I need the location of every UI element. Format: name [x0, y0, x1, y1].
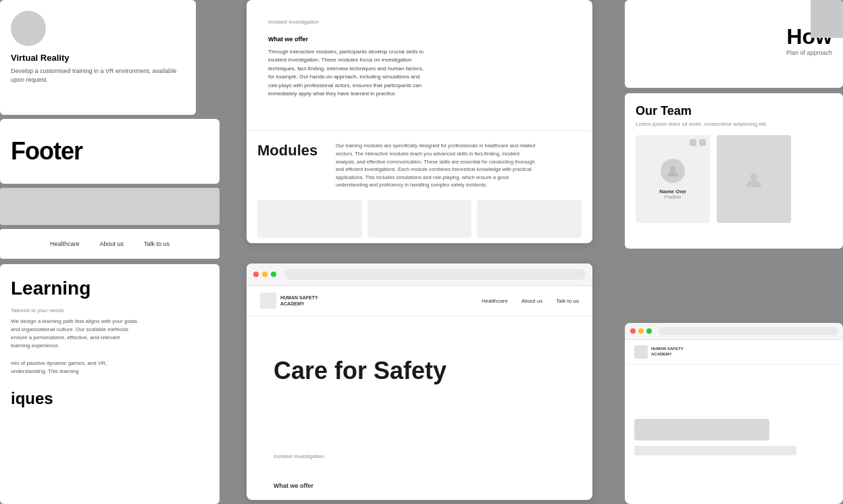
care-safety-title: Care for Safety — [274, 357, 565, 385]
footer-label: Footer — [11, 137, 82, 166]
browser-right-logo-icon — [634, 345, 648, 359]
team-member-placeholder — [717, 135, 791, 223]
browser-logo: HUMAN SAFETY ACADEMY — [260, 293, 318, 309]
modules-title: Modules — [257, 142, 325, 189]
learning-body: We design a learning path that aligns wi… — [11, 318, 139, 350]
dot-yellow-right — [638, 328, 644, 334]
browser-right-chrome — [625, 323, 843, 340]
browser-right-address — [659, 327, 838, 335]
svg-point-0 — [670, 166, 675, 172]
gray-bar — [0, 188, 220, 225]
right-panel: How Plan of approach Our Team Lorem ipsu… — [625, 0, 843, 504]
team-icon-edit — [699, 139, 706, 146]
dot-green-right — [646, 328, 652, 334]
vr-avatar — [11, 11, 46, 46]
bottom-what-we-offer: What we offer — [274, 482, 313, 489]
browser-top-content: Incident Investigation What we offer Thr… — [247, 0, 592, 130]
module-card-3 — [477, 200, 582, 238]
canvas: Virtual Reality Develop a customised tra… — [0, 0, 843, 504]
team-member-1: Name One Position — [636, 135, 710, 223]
dot-yellow — [262, 272, 267, 277]
browser-nav-bar: HUMAN SAFETY ACADEMY Healthcare About us… — [247, 286, 592, 316]
team-member-icons — [690, 139, 706, 146]
svg-point-1 — [750, 173, 757, 180]
card-vr: Virtual Reality Develop a customised tra… — [0, 0, 196, 115]
browser-right: HUMAN SAFETY ACADEMY — [625, 323, 843, 504]
center-panel: Incident Investigation What we offer Thr… — [220, 0, 625, 504]
how-subtitle: Plan of approach — [636, 49, 832, 56]
browser-logo-icon — [260, 293, 276, 309]
learning-body2: mix of passive dynamic games, and VR, un… — [11, 359, 139, 376]
browser-right-body — [625, 419, 843, 455]
nav-talk[interactable]: Talk to us — [144, 241, 170, 247]
techniques-section: iques — [11, 389, 209, 408]
our-team-title: Our Team — [636, 104, 832, 118]
browser-nav-links: Healthcare About us Talk to us — [482, 298, 579, 304]
browser-nav-healthcare[interactable]: Healthcare — [482, 298, 508, 304]
what-we-offer-title: What we offer — [268, 36, 571, 43]
card-footer: Footer — [0, 119, 220, 184]
browser-right-gray-bar — [634, 419, 769, 440]
member1-pos: Position — [665, 195, 682, 199]
nav-about[interactable]: About us — [99, 241, 124, 247]
member1-name: Name One — [659, 188, 686, 195]
module-card-1 — [257, 200, 362, 238]
how-title: How — [636, 24, 832, 49]
card-how: How Plan of approach — [625, 0, 843, 88]
nav-healthcare[interactable]: Healthcare — [50, 241, 80, 247]
browser-logo-text: HUMAN SAFETY ACADEMY — [280, 295, 318, 307]
address-bar — [285, 269, 586, 280]
browser-nav-about[interactable]: About us — [521, 298, 543, 304]
dot-green — [271, 272, 276, 277]
learning-title: Learning — [11, 278, 209, 299]
browser-top: Incident Investigation What we offer Thr… — [247, 0, 592, 243]
vr-desc: Develop a customised training in a VR en… — [11, 67, 185, 84]
dot-red-right — [630, 328, 636, 334]
browser-right-logo: HUMAN SAFETY ACADEMY — [634, 345, 684, 359]
techniques-title: iques — [11, 389, 209, 408]
learning-section2: mix of passive dynamic games, and VR, un… — [11, 359, 209, 376]
browser-right-logo-text: HUMAN SAFETY ACADEMY — [651, 347, 684, 357]
vr-title: Virtual Reality — [11, 53, 185, 63]
team-members: Name One Position — [636, 135, 832, 223]
browser-right-nav: HUMAN SAFETY ACADEMY — [625, 340, 843, 365]
care-safety-content: Care for Safety — [247, 316, 592, 399]
browser-chrome — [247, 263, 592, 286]
dot-red — [253, 272, 259, 277]
learning-tag: Tailored to your needs — [11, 307, 209, 313]
modules-body: Our training modules are specifically de… — [336, 142, 538, 189]
browser-bottom: HUMAN SAFETY ACADEMY Healthcare About us… — [247, 263, 592, 500]
team-icon-gear — [690, 139, 696, 146]
browser-right-thin-bar — [634, 446, 796, 455]
incident-label: Incident Investigation — [268, 19, 571, 25]
modules-section: Modules Our training modules are specifi… — [247, 130, 592, 200]
browser-nav-talk[interactable]: Talk to us — [556, 298, 579, 304]
module-cards — [247, 200, 592, 243]
card-learning: Learning Tailored to your needs We desig… — [0, 264, 220, 504]
what-we-offer-body: Through interactive modules, participant… — [268, 48, 424, 98]
card-our-team: Our Team Lorem ipsum dolor sit amet, con… — [625, 93, 843, 249]
module-card-2 — [367, 200, 472, 238]
spacer1 — [625, 88, 843, 92]
our-team-subtitle: Lorem ipsum dolor sit amet, consectetur … — [636, 121, 832, 127]
nav-strip: Healthcare About us Talk to us — [0, 229, 220, 259]
left-panel: Virtual Reality Develop a customised tra… — [0, 0, 220, 504]
how-box — [811, 0, 843, 38]
member1-avatar — [661, 159, 685, 183]
bottom-incident-label: Incident Investigation — [274, 453, 324, 459]
